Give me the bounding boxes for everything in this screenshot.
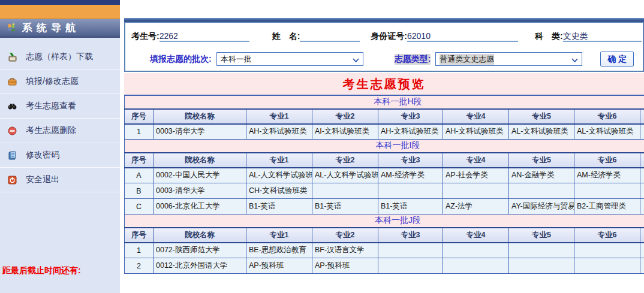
sidebar-menu: 志愿（样表）下载 填报/修改志愿 考生志愿查看 — [0, 45, 120, 192]
sidebar-item-delete[interactable]: 考生志愿删除 — [0, 119, 120, 143]
header-cell: 院校名称 — [154, 153, 246, 168]
table-cell: AL-人文科学试验班 — [312, 168, 378, 183]
header-cell: 序号 — [125, 228, 154, 243]
table-cell: AP-社会学类 — [443, 168, 509, 183]
table-row: 10072-陕西师范大学BE-思想政治教育BF-汉语言文学 — [125, 243, 644, 258]
table-cell — [509, 183, 574, 199]
table-cell: 0012-北京外国语大学 — [154, 258, 246, 274]
table-cell: AH-文科试验班类 — [246, 124, 312, 140]
header-cell: 专业6 — [574, 228, 640, 243]
header-cell: 专业6 — [574, 153, 640, 168]
table-row: B0003-清华大学CH-文科试验班类 — [125, 183, 644, 199]
sidebar: 系统导航 志愿（样表）下载 填报/修改志愿 — [0, 0, 120, 293]
table-cell — [443, 183, 509, 199]
table-cell: B2-工商管理类 — [574, 199, 640, 215]
header-cell — [640, 228, 644, 243]
table-cell: 0002-中国人民大学 — [154, 168, 246, 183]
type-label: 志愿类型: — [395, 54, 431, 65]
table-cell: AL-人文科学试验班 — [246, 168, 312, 183]
preview-panel: 考生志愿预览 本科一批H段序号院校名称专业1专业2专业3专业4专业5专业6100… — [124, 73, 644, 273]
table-cell — [574, 243, 640, 258]
header-cell: 专业1 — [246, 228, 312, 243]
sidebar-item-label: 考生志愿删除 — [26, 125, 76, 136]
sidebar-header: 系统导航 — [0, 19, 120, 38]
download-icon — [7, 52, 17, 62]
header-cell: 专业2 — [312, 109, 378, 124]
deadline-notice: 距最后截止时间还有: — [2, 265, 81, 276]
header-cell — [640, 109, 644, 124]
batch-select-value: 本科一批 — [221, 54, 252, 65]
table-cell: AH-文科试验班类 — [443, 124, 509, 140]
table-cell: AL-文科试验班类 — [574, 124, 640, 140]
table-cell — [378, 243, 443, 258]
section-title: 本科一批J段 — [125, 215, 644, 228]
section-title: 本科一批I段 — [125, 140, 644, 153]
header-cell: 专业1 — [246, 153, 312, 168]
table-row: A0002-中国人民大学AL-人文科学试验班AL-人文科学试验班AM-经济学类A… — [125, 168, 644, 183]
table-cell — [640, 243, 644, 258]
main-area: 考生号: 2262 姓 名: 身份证号: 62010 科 类: 文史类 填报志愿… — [124, 0, 644, 293]
batch-row: 填报志愿的批次: 本科一批 志愿类型: 普通类文史志愿 确 定 — [125, 52, 643, 67]
table-cell: AP-预科班 — [312, 258, 378, 274]
table-cell: CH-文科试验班类 — [246, 183, 312, 199]
table-cell — [378, 258, 443, 274]
notepad-icon — [7, 150, 17, 161]
header-cell: 院校名称 — [154, 228, 246, 243]
table-cell: AM-经济学类 — [378, 168, 443, 183]
users-icon — [6, 23, 16, 33]
header-cell: 专业5 — [509, 109, 574, 124]
sidebar-item-label: 考生志愿查看 — [26, 101, 76, 111]
table-cell — [443, 243, 509, 258]
table-cell — [509, 243, 574, 258]
header-cell: 专业5 — [509, 153, 574, 168]
section-title: 本科一批H段 — [125, 96, 644, 109]
power-icon — [7, 175, 17, 185]
batch-select[interactable]: 本科一批 — [216, 52, 363, 66]
candidate-no-label: 考生号: — [131, 31, 160, 42]
table-cell: 0006-北京化工大学 — [154, 199, 246, 215]
header-cell: 专业1 — [246, 109, 312, 124]
preview-table-wrap: 本科一批H段序号院校名称专业1专业2专业3专业4专业5专业610003-清华大学… — [124, 95, 644, 274]
table-cell — [574, 258, 640, 274]
sidebar-item-logout[interactable]: 安全退出 — [0, 168, 120, 192]
header-cell — [640, 153, 644, 168]
table-cell — [378, 183, 443, 199]
candidate-no-value: 2262 — [160, 31, 249, 42]
binoculars-icon — [7, 101, 17, 111]
type-select[interactable]: 普通类文史志愿 — [435, 52, 582, 66]
header-cell: 序号 — [125, 109, 154, 124]
sidebar-title: 系统导航 — [22, 21, 80, 35]
header-cell: 专业3 — [378, 109, 443, 124]
table-cell: A — [125, 168, 154, 183]
name-value — [300, 31, 360, 42]
sidebar-item-download[interactable]: 志愿（样表）下载 — [0, 45, 120, 70]
table-cell: C — [125, 199, 154, 215]
table-cell — [640, 124, 644, 140]
subject-value: 文史类 — [563, 31, 642, 42]
preview-title: 考生志愿预览 — [124, 73, 644, 95]
table-cell: AY-国际经济与贸易 — [509, 199, 574, 215]
table-cell: 1 — [125, 243, 154, 258]
sidebar-item-password[interactable]: 修改密码 — [0, 143, 120, 168]
candidate-info-row: 考生号: 2262 姓 名: 身份证号: 62010 科 类: 文史类 — [125, 31, 643, 42]
table-cell: B — [125, 183, 154, 199]
id-label: 身份证号: — [371, 31, 407, 42]
table-cell: 1 — [125, 124, 154, 140]
table-cell: AH-文科试验班类 — [378, 124, 443, 140]
table-cell: AL-文科试验班类 — [509, 124, 574, 140]
header-cell: 专业5 — [509, 228, 574, 243]
table-row: 10003-清华大学AH-文科试验班类AI-文科试验班类AH-文科试验班类AH-… — [125, 124, 644, 140]
confirm-button[interactable]: 确 定 — [600, 52, 634, 67]
section-title-row: 本科一批J段 — [125, 215, 644, 228]
table-cell: B1-英语 — [246, 199, 312, 215]
sidebar-item-view[interactable]: 考生志愿查看 — [0, 94, 120, 119]
table-row: 20012-北京外国语大学AP-预科班AP-预科班 — [125, 258, 644, 274]
header-cell: 专业4 — [443, 153, 509, 168]
sidebar-item-label: 安全退出 — [26, 174, 59, 185]
table-cell: 0003-清华大学 — [154, 124, 246, 140]
header-cell: 专业4 — [443, 228, 509, 243]
table-cell — [509, 258, 574, 274]
header-cell: 专业3 — [378, 153, 443, 168]
table-cell — [640, 168, 644, 183]
sidebar-item-fill-modify[interactable]: 填报/修改志愿 — [0, 70, 120, 94]
